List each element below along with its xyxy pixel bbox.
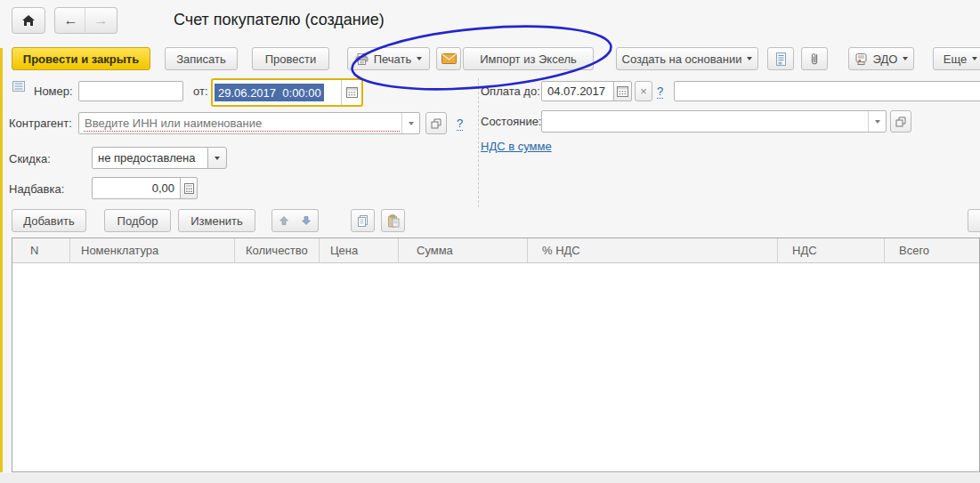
- pay-until-input[interactable]: [541, 81, 614, 101]
- state-input-field[interactable]: [542, 115, 886, 128]
- edit-row-button[interactable]: Изменить: [178, 209, 255, 232]
- pay-until-extra-input[interactable]: [674, 81, 980, 101]
- home-icon: [21, 14, 36, 27]
- discount-dropdown-button[interactable]: [207, 147, 227, 169]
- column-header-total[interactable]: Всего: [885, 238, 980, 262]
- state-input[interactable]: [541, 110, 887, 133]
- paperclip-icon: [809, 52, 820, 66]
- send-mail-button[interactable]: [436, 47, 461, 70]
- pay-until-extra-field[interactable]: [680, 85, 980, 98]
- vat-in-amount-link[interactable]: НДС в сумме: [481, 140, 552, 153]
- markup-input-field[interactable]: [98, 181, 174, 195]
- date-calendar-button[interactable]: [341, 80, 361, 105]
- number-input-field[interactable]: [85, 85, 177, 98]
- form-accent-strip: [0, 48, 3, 472]
- more-label: Еще: [944, 52, 967, 66]
- more-button[interactable]: Еще: [933, 47, 980, 70]
- number-input[interactable]: [78, 81, 183, 101]
- column-header-quantity[interactable]: Количество: [235, 238, 320, 262]
- add-row-button[interactable]: Добавить: [12, 209, 86, 232]
- form-column-separator: [478, 78, 479, 207]
- column-header-n[interactable]: N: [12, 238, 70, 262]
- arrow-up-icon: [279, 215, 289, 226]
- write-button[interactable]: Записать: [165, 47, 238, 70]
- discount-label: Скидка:: [9, 152, 51, 165]
- state-dropdown-button[interactable]: [868, 111, 886, 132]
- date-label: от:: [193, 85, 208, 98]
- envelope-icon: [441, 53, 457, 64]
- home-button[interactable]: [12, 7, 45, 34]
- column-header-sum[interactable]: Сумма: [399, 238, 528, 262]
- copy-rows-button[interactable]: [351, 209, 375, 232]
- reports-button[interactable]: [767, 47, 794, 70]
- open-in-window-icon: [431, 118, 441, 129]
- back-icon: ←: [64, 13, 78, 28]
- pay-until-label: Оплата до:: [481, 85, 540, 98]
- edo-stamp-icon: [854, 52, 868, 66]
- print-button[interactable]: Печать: [347, 47, 430, 70]
- discount-select[interactable]: не предоставлена: [92, 147, 208, 169]
- calendar-icon: [617, 86, 628, 97]
- counterparty-input-field[interactable]: [79, 117, 419, 130]
- import-excel-button[interactable]: Импорт из Эксель: [463, 47, 594, 70]
- paste-clipboard-icon: [387, 214, 400, 228]
- move-up-button[interactable]: [271, 209, 296, 232]
- create-on-basis-caret-icon: [747, 57, 752, 60]
- edit-row-label: Изменить: [190, 214, 243, 228]
- chevron-down-icon: [875, 120, 880, 124]
- pay-until-calendar-button[interactable]: [613, 81, 632, 101]
- pick-items-label: Подбор: [117, 214, 158, 228]
- printer-icon: [355, 53, 369, 65]
- chevron-down-icon: [215, 157, 220, 160]
- counterparty-help-link[interactable]: ?: [457, 117, 463, 131]
- pay-until-clear-button[interactable]: ×: [635, 81, 652, 101]
- column-header-vat[interactable]: НДС: [778, 238, 885, 262]
- post-and-close-button[interactable]: Провести и закрыть: [12, 47, 150, 70]
- chevron-down-icon: [409, 122, 414, 125]
- items-more-button[interactable]: [968, 209, 980, 232]
- state-open-button[interactable]: [890, 110, 911, 133]
- edo-button[interactable]: ЭДО: [848, 47, 914, 70]
- create-on-basis-button[interactable]: Создать на основании: [616, 47, 758, 70]
- forward-icon: →: [94, 13, 109, 28]
- counterparty-input[interactable]: [78, 112, 420, 134]
- more-caret-icon: [972, 57, 977, 60]
- print-label: Печать: [374, 52, 412, 66]
- post-button[interactable]: Провести: [252, 47, 329, 70]
- create-on-basis-label: Создать на основании: [622, 52, 742, 66]
- post-label: Провести: [265, 52, 317, 66]
- column-header-vat-percent[interactable]: % НДС: [528, 238, 778, 262]
- back-button[interactable]: ←: [54, 7, 87, 34]
- add-row-label: Добавить: [23, 214, 74, 228]
- number-label: Номер:: [34, 85, 73, 98]
- items-table-header: N Номенклатура Количество Цена Сумма % Н…: [12, 238, 979, 263]
- window-bottom-strip: [0, 473, 980, 483]
- write-label: Записать: [176, 52, 226, 66]
- pay-until-help-link[interactable]: ?: [657, 85, 663, 99]
- counterparty-label: Контрагент:: [9, 117, 72, 130]
- edo-caret-icon: [903, 57, 908, 60]
- counterparty-dropdown-button[interactable]: [401, 113, 419, 133]
- report-document-icon: [775, 52, 787, 66]
- items-table: N Номенклатура Количество Цена Сумма % Н…: [12, 237, 980, 472]
- page-title: Счет покупателю (создание): [174, 11, 385, 29]
- post-and-close-label: Провести и закрыть: [23, 52, 139, 66]
- date-input[interactable]: 29.06.2017 0:00:00: [211, 78, 363, 107]
- attachments-button[interactable]: [801, 47, 828, 70]
- copy-icon: [356, 214, 369, 228]
- pick-items-button[interactable]: Подбор: [104, 209, 171, 232]
- form-menu-icon[interactable]: [12, 81, 25, 92]
- markup-calculator-button[interactable]: [180, 177, 198, 199]
- pay-until-input-field[interactable]: [547, 85, 608, 98]
- markup-input[interactable]: [92, 177, 181, 199]
- invoice-window: ← → Счет покупателю (создание) Провести …: [0, 0, 980, 483]
- column-header-nomenclature[interactable]: Номенклатура: [70, 238, 235, 262]
- calendar-icon: [346, 87, 358, 98]
- move-down-button[interactable]: [295, 209, 319, 232]
- clear-icon: ×: [640, 85, 647, 98]
- paste-rows-button[interactable]: [381, 209, 405, 232]
- column-header-price[interactable]: Цена: [320, 238, 399, 262]
- counterparty-open-button[interactable]: [425, 112, 447, 134]
- items-table-body[interactable]: [12, 264, 979, 471]
- forward-button[interactable]: →: [85, 7, 117, 34]
